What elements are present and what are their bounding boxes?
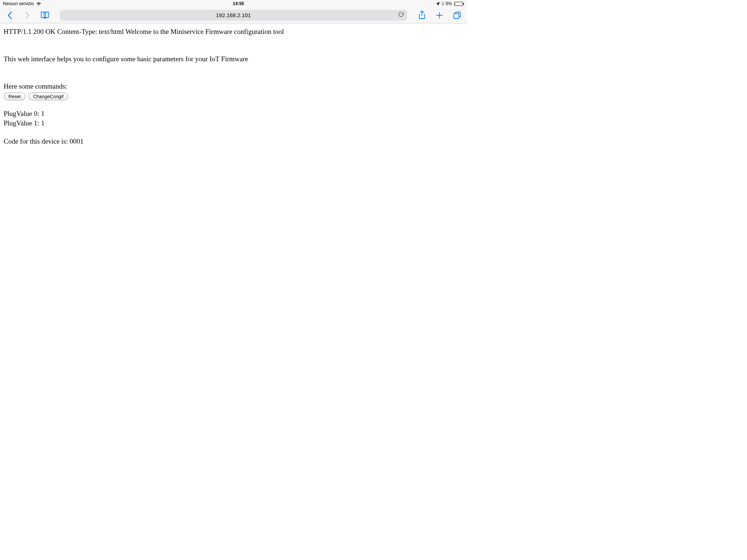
tabs-button[interactable] [452,10,462,21]
http-header-line: HTTP/1.1 200 OK Content-Type: text/html … [4,27,463,36]
browser-toolbar: 192.168.2.101 [0,7,467,23]
location-icon [436,2,440,6]
carrier-text: Nessun servizio [3,1,34,6]
battery-percent: 5% [446,1,452,6]
back-button[interactable] [4,10,15,21]
svg-rect-0 [454,13,459,19]
intro-text: This web interface helps you to configur… [4,54,463,64]
new-tab-button[interactable] [434,10,445,21]
plug-value-1: PlugValue 1: 1 [4,118,463,128]
reset-button[interactable]: Reset [4,93,26,100]
forward-button[interactable] [22,10,33,21]
share-button[interactable] [417,10,427,21]
url-text: 192.168.2.101 [216,12,251,18]
plug-value-0: PlugValue 0: 1 [4,109,463,118]
battery-icon [453,2,464,6]
status-left: Nessun servizio [3,1,41,6]
address-bar[interactable]: 192.168.2.101 [60,10,407,21]
device-code: Code for this device is: 0001 [4,137,463,146]
status-right: 5% [436,1,464,6]
bluetooth-icon [441,1,444,6]
page-content: HTTP/1.1 200 OK Content-Type: text/html … [0,23,467,150]
bookmarks-button[interactable] [39,10,50,21]
wifi-icon [36,2,41,6]
status-bar: Nessun servizio 14:55 5% [0,0,467,7]
reload-button[interactable] [398,11,404,19]
status-time: 14:55 [233,1,244,6]
commands-heading: Here some commands: [4,82,463,91]
change-config-button[interactable]: ChangeCongif [28,93,68,100]
